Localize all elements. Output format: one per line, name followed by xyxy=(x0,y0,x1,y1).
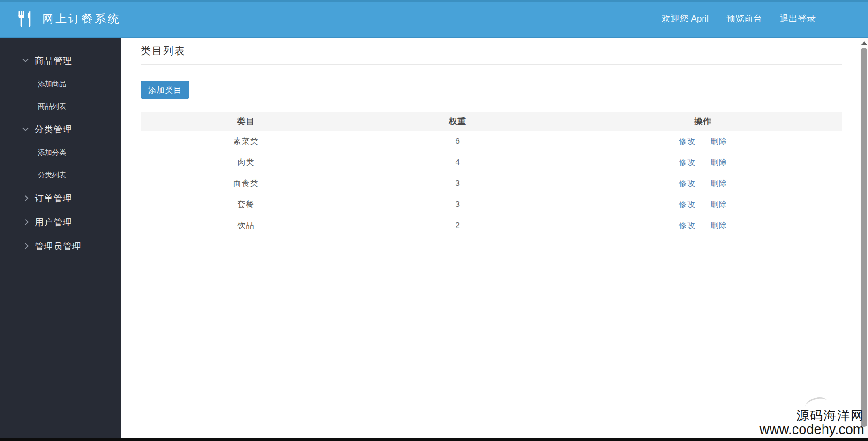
app-title: 网上订餐系统 xyxy=(42,11,121,26)
table-row: 肉类4修改删除 xyxy=(141,152,842,173)
sidebar: 商品管理添加商品商品列表分类管理添加分类分类列表订单管理用户管理管理员管理 xyxy=(0,38,121,438)
scroll-up-arrow-icon[interactable] xyxy=(861,41,867,45)
edit-link[interactable]: 修改 xyxy=(679,179,696,188)
sidebar-group-1[interactable]: 分类管理 xyxy=(0,118,121,141)
column-header-actions: 操作 xyxy=(564,112,842,131)
chevron-right-icon xyxy=(22,219,29,225)
sidebar-group-3[interactable]: 用户管理 xyxy=(0,210,121,234)
preview-frontend-link[interactable]: 预览前台 xyxy=(726,13,762,25)
brand[interactable]: 网上订餐系统 xyxy=(0,8,121,29)
edit-link[interactable]: 修改 xyxy=(679,221,696,230)
table-row: 素菜类6修改删除 xyxy=(141,131,842,152)
sidebar-subitem-0-0[interactable]: 添加商品 xyxy=(0,73,121,95)
cell-category: 套餐 xyxy=(141,194,351,215)
cell-category: 肉类 xyxy=(141,152,351,173)
sidebar-group-4[interactable]: 管理员管理 xyxy=(0,234,121,258)
site-watermark: 源码海洋网 www.codehy.com xyxy=(760,409,865,436)
sidebar-group-0[interactable]: 商品管理 xyxy=(0,49,121,73)
scrollbar-thumb[interactable] xyxy=(861,48,867,427)
add-category-button[interactable]: 添加类目 xyxy=(141,81,189,99)
delete-link[interactable]: 删除 xyxy=(711,137,727,146)
sidebar-subitem-1-1[interactable]: 分类列表 xyxy=(0,164,121,186)
header-right-nav: 欢迎您 April 预览前台 退出登录 xyxy=(662,13,868,25)
cell-weight: 2 xyxy=(351,215,564,236)
table-header-row: 类目 权重 操作 xyxy=(141,112,842,131)
page-title: 类目列表 xyxy=(141,44,841,58)
sidebar-group-label: 商品管理 xyxy=(35,55,72,67)
chevron-down-icon xyxy=(22,56,29,62)
sidebar-group-label: 分类管理 xyxy=(35,124,72,136)
sidebar-subitem-1-0[interactable]: 添加分类 xyxy=(0,141,121,164)
edit-link[interactable]: 修改 xyxy=(679,200,696,209)
bottom-edge-bar xyxy=(0,438,868,441)
title-divider xyxy=(141,64,842,65)
chevron-right-icon xyxy=(22,195,29,201)
sidebar-menu: 商品管理添加商品商品列表分类管理添加分类分类列表订单管理用户管理管理员管理 xyxy=(0,38,121,258)
edit-link[interactable]: 修改 xyxy=(679,158,696,167)
delete-link[interactable]: 删除 xyxy=(711,179,727,188)
edit-link[interactable]: 修改 xyxy=(679,137,696,146)
watermark-line1: 源码海洋网 xyxy=(760,409,865,422)
chevron-right-icon xyxy=(22,243,29,249)
watermark-line2: www.codehy.com xyxy=(760,422,865,436)
chevron-down-icon xyxy=(22,125,29,131)
cell-actions: 修改删除 xyxy=(564,215,842,236)
cell-weight: 3 xyxy=(351,194,564,215)
table-row: 面食类3修改删除 xyxy=(141,173,842,194)
column-header-category: 类目 xyxy=(141,112,351,131)
main-content: 类目列表 添加类目 类目 权重 操作 素菜类6修改删除肉类4修改删除面食类3修改… xyxy=(121,38,860,438)
cell-category: 素菜类 xyxy=(141,131,351,152)
column-header-weight: 权重 xyxy=(351,112,564,131)
cell-category: 面食类 xyxy=(141,173,351,194)
cell-category: 饮品 xyxy=(141,215,351,236)
cell-weight: 4 xyxy=(351,152,564,173)
cell-actions: 修改删除 xyxy=(564,173,842,194)
welcome-user-label: 欢迎您 April xyxy=(662,13,709,25)
sidebar-group-label: 管理员管理 xyxy=(35,240,82,252)
delete-link[interactable]: 删除 xyxy=(711,158,727,167)
cell-actions: 修改删除 xyxy=(564,131,842,152)
logout-link[interactable]: 退出登录 xyxy=(780,13,816,25)
cell-actions: 修改删除 xyxy=(564,152,842,173)
cell-weight: 6 xyxy=(351,131,564,152)
sidebar-group-label: 用户管理 xyxy=(35,216,72,228)
sidebar-group-2[interactable]: 订单管理 xyxy=(0,186,121,210)
sidebar-subitem-0-1[interactable]: 商品列表 xyxy=(0,95,121,118)
table-row: 饮品2修改删除 xyxy=(141,215,842,236)
top-header: 网上订餐系统 欢迎您 April 预览前台 退出登录 xyxy=(0,0,868,38)
vertical-scrollbar[interactable] xyxy=(860,38,868,438)
category-table: 类目 权重 操作 素菜类6修改删除肉类4修改删除面食类3修改删除套餐3修改删除饮… xyxy=(141,112,842,236)
cell-weight: 3 xyxy=(351,173,564,194)
delete-link[interactable]: 删除 xyxy=(711,200,727,209)
table-row: 套餐3修改删除 xyxy=(141,194,842,215)
cell-actions: 修改删除 xyxy=(564,194,842,215)
utensils-icon xyxy=(14,8,36,29)
sidebar-group-label: 订单管理 xyxy=(35,192,72,205)
delete-link[interactable]: 删除 xyxy=(711,221,727,230)
